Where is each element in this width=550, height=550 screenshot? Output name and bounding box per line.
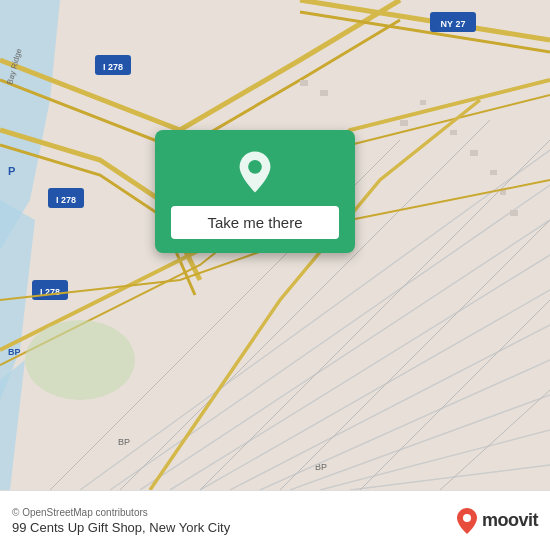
moovit-pin-icon xyxy=(456,507,478,535)
location-name: 99 Cents Up Gift Shop, New York City xyxy=(12,520,230,535)
svg-rect-31 xyxy=(300,80,308,86)
map-container: I 278 I 278 I 278 NY 27 Bay Ridge BP BP … xyxy=(0,0,550,490)
svg-point-40 xyxy=(248,160,262,174)
svg-text:I 278: I 278 xyxy=(103,62,123,72)
svg-rect-32 xyxy=(320,90,328,96)
osm-credit: © OpenStreetMap contributors xyxy=(12,507,230,518)
bottom-bar: © OpenStreetMap contributors 99 Cents Up… xyxy=(0,490,550,550)
moovit-brand-text: moovit xyxy=(482,510,538,531)
svg-point-41 xyxy=(463,514,471,522)
svg-text:I 278: I 278 xyxy=(56,195,76,205)
bottom-info: © OpenStreetMap contributors 99 Cents Up… xyxy=(12,507,230,535)
svg-text:BP: BP xyxy=(118,437,130,447)
svg-rect-36 xyxy=(470,150,478,156)
svg-text:NY 27: NY 27 xyxy=(441,19,466,29)
svg-text:P: P xyxy=(8,165,15,177)
svg-rect-34 xyxy=(420,100,426,105)
svg-text:BP: BP xyxy=(315,462,327,472)
svg-rect-33 xyxy=(400,120,408,126)
moovit-logo: moovit xyxy=(456,507,538,535)
take-me-there-button[interactable]: Take me there xyxy=(171,206,339,239)
svg-rect-35 xyxy=(450,130,457,135)
svg-rect-39 xyxy=(510,210,518,216)
svg-point-30 xyxy=(25,320,135,400)
location-card: Take me there xyxy=(155,130,355,253)
svg-rect-37 xyxy=(490,170,497,175)
location-pin-icon xyxy=(231,148,279,196)
